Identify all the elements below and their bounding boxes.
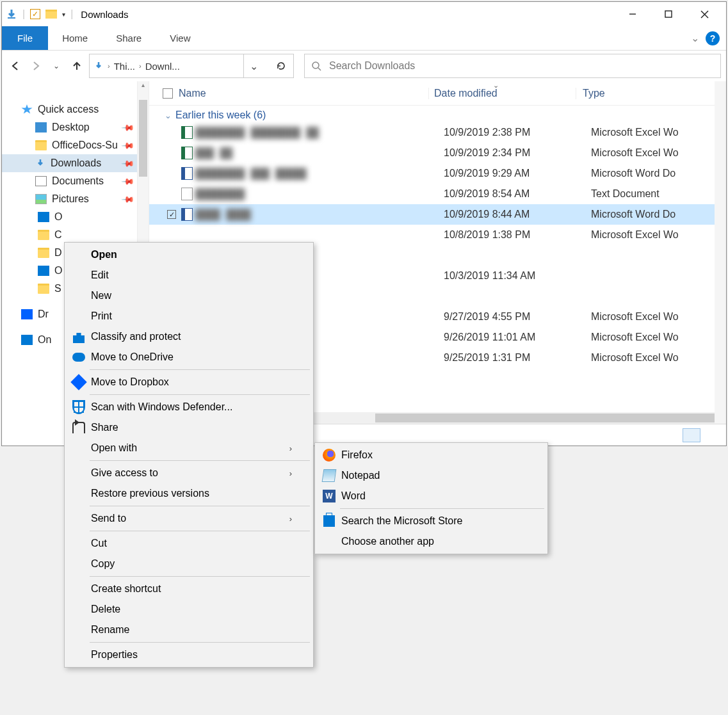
- ctx-delete[interactable]: Delete: [67, 599, 311, 620]
- onedrive-icon: [38, 266, 49, 276]
- ribbon-tab-home[interactable]: Home: [48, 26, 102, 50]
- submenu-notepad[interactable]: Notepad: [317, 465, 546, 486]
- ctx-rename[interactable]: Rename: [67, 620, 311, 640]
- quick-access-toggle-icon[interactable]: ✓: [30, 9, 40, 19]
- svg-point-5: [312, 62, 319, 68]
- chevron-right-icon[interactable]: ›: [139, 62, 142, 70]
- breadcrumb-segment[interactable]: Thi...: [114, 61, 135, 72]
- search-box[interactable]: Search Downloads: [304, 54, 721, 78]
- sidebar-item-downloads[interactable]: Downloads📌: [2, 154, 149, 172]
- forward-button[interactable]: [28, 58, 44, 74]
- onedrive-icon: [38, 212, 49, 222]
- vertical-scrollbar[interactable]: [715, 81, 726, 446]
- desktop-icon: [35, 122, 47, 133]
- back-button[interactable]: [7, 58, 24, 74]
- sidebar-item[interactable]: O: [2, 208, 149, 226]
- ctx-shortcut[interactable]: Create shortcut: [67, 579, 311, 599]
- ribbon-tab-view[interactable]: View: [156, 26, 204, 50]
- pictures-icon: [35, 194, 47, 204]
- ctx-edit[interactable]: Edit: [67, 265, 311, 285]
- star-icon: [21, 104, 33, 115]
- column-header-type[interactable]: Type: [576, 88, 726, 99]
- submenu-word[interactable]: WWord: [317, 486, 546, 506]
- ribbon-tab-share[interactable]: Share: [102, 26, 156, 50]
- file-row[interactable]: ✓████ ████10/9/2019 8:44 AMMicrosoft Wor…: [149, 204, 726, 225]
- details-view-button[interactable]: [683, 428, 700, 442]
- ctx-open-with[interactable]: Open with›: [67, 438, 311, 458]
- submenu-firefox[interactable]: Firefox: [317, 445, 546, 465]
- file-row[interactable]: ✓████████ ████████ ██10/9/2019 2:38 PMMi…: [149, 122, 726, 143]
- ctx-send-to[interactable]: Send to›: [67, 508, 311, 529]
- submenu-store[interactable]: Search the Microsoft Store: [317, 511, 546, 531]
- folder-icon: [38, 284, 49, 294]
- up-button[interactable]: [69, 58, 85, 74]
- ctx-share[interactable]: Share: [67, 417, 311, 438]
- share-icon: [72, 421, 86, 435]
- sidebar-item-documents[interactable]: Documents📌: [2, 172, 149, 190]
- ctx-new[interactable]: New: [67, 285, 311, 306]
- open-with-submenu: Firefox Notepad WWord Search the Microso…: [314, 442, 548, 554]
- file-row[interactable]: ✓████████10/9/2019 8:54 AMText Document: [149, 184, 726, 204]
- file-tab[interactable]: File: [2, 26, 48, 50]
- file-row[interactable]: ✓████████ ███ █████10/9/2019 9:29 AMMicr…: [149, 163, 726, 184]
- excel-file-icon: [181, 126, 193, 139]
- word-file-icon: [181, 167, 193, 180]
- ctx-open[interactable]: Open: [67, 245, 311, 265]
- word-file-icon: [181, 208, 193, 221]
- pin-icon: 📌: [121, 192, 135, 206]
- submenu-choose[interactable]: Choose another app: [317, 531, 546, 552]
- ctx-move-dropbox[interactable]: Move to Dropbox: [67, 372, 311, 392]
- group-header[interactable]: ⌄Earlier this week (6): [149, 106, 726, 122]
- svg-rect-2: [665, 11, 672, 17]
- sort-indicator-icon: ⌄: [493, 81, 499, 90]
- ctx-print[interactable]: Print: [67, 306, 311, 326]
- maximize-button[interactable]: [651, 3, 686, 26]
- close-button[interactable]: [686, 3, 722, 26]
- ctx-move-onedrive[interactable]: Move to OneDrive: [67, 347, 311, 367]
- help-button[interactable]: ?: [706, 31, 720, 45]
- dropdown-caret-icon[interactable]: ▾: [62, 11, 65, 18]
- history-dropdown[interactable]: ⌄: [48, 58, 65, 74]
- ctx-properties[interactable]: Properties: [67, 645, 311, 665]
- lock-icon: [72, 330, 86, 344]
- ctx-restore[interactable]: Restore previous versions: [67, 483, 311, 504]
- firefox-icon: [322, 448, 336, 462]
- refresh-button[interactable]: [273, 58, 289, 74]
- ctx-classify[interactable]: Classify and protect: [67, 326, 311, 347]
- ctx-cut[interactable]: Cut: [67, 533, 311, 554]
- ctx-copy[interactable]: Copy: [67, 554, 311, 574]
- file-row[interactable]: ✓███ ██10/9/2019 2:34 PMMicrosoft Excel …: [149, 143, 726, 163]
- breadcrumb-segment[interactable]: Downl...: [145, 61, 180, 72]
- addr-dropdown-icon[interactable]: ⌄: [250, 60, 258, 72]
- ctx-give-access[interactable]: Give access to›: [67, 463, 311, 483]
- minimize-button[interactable]: [615, 3, 651, 26]
- ribbon: File Home Share View ⌄ ?: [2, 26, 726, 51]
- folder-icon: [38, 248, 49, 258]
- excel-file-icon: [181, 147, 193, 159]
- store-icon: [322, 514, 336, 528]
- svg-rect-0: [8, 17, 15, 19]
- download-icon: [6, 8, 17, 20]
- column-headers: Name ⌄Date modified Type: [149, 81, 726, 106]
- sidebar-item-officedocs[interactable]: OfficeDocs-Su📌: [2, 136, 149, 154]
- nav-row: ⌄ › Thi... › Downl... ⌄ Search Downloads: [2, 51, 726, 81]
- ribbon-expand-icon[interactable]: ⌄: [691, 32, 699, 44]
- word-icon: W: [322, 489, 336, 503]
- shield-icon: [72, 400, 86, 414]
- address-bar[interactable]: › Thi... › Downl... ⌄: [89, 54, 294, 78]
- thumbnails-view-button[interactable]: [703, 428, 721, 442]
- column-header-modified[interactable]: ⌄Date modified: [428, 88, 576, 99]
- pin-icon: 📌: [121, 174, 135, 188]
- column-header-name[interactable]: Name: [179, 88, 428, 99]
- download-icon: [93, 61, 104, 71]
- chevron-right-icon[interactable]: ›: [108, 62, 110, 70]
- sidebar-item[interactable]: C: [2, 226, 149, 244]
- sidebar-quick-access[interactable]: Quick access: [2, 100, 149, 118]
- pin-icon: 📌: [121, 138, 135, 152]
- select-all-checkbox[interactable]: [157, 88, 179, 99]
- folder-icon: [35, 140, 47, 150]
- chevron-right-icon: ›: [289, 514, 292, 524]
- sidebar-item-pictures[interactable]: Pictures📌: [2, 190, 149, 208]
- sidebar-item-desktop[interactable]: Desktop📌: [2, 118, 149, 136]
- ctx-defender[interactable]: Scan with Windows Defender...: [67, 397, 311, 417]
